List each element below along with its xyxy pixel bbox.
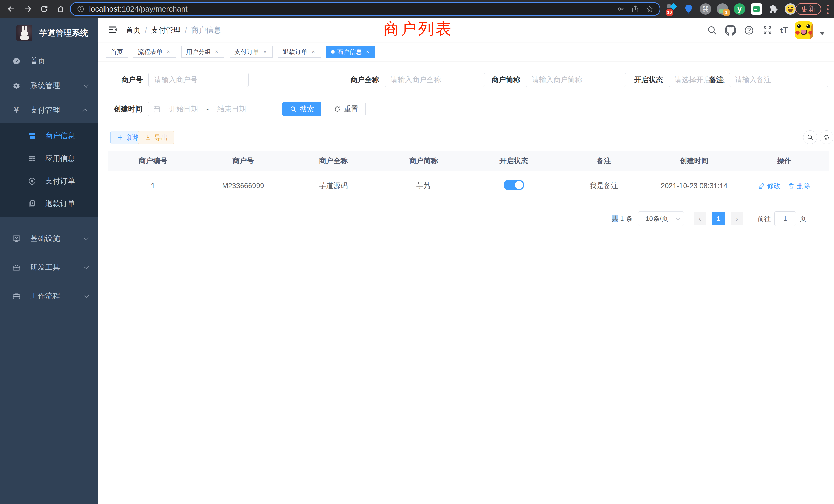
- breadcrumb-payment[interactable]: 支付管理: [151, 25, 181, 36]
- chrome-update-button[interactable]: 更新: [795, 3, 821, 15]
- refresh-table-button[interactable]: [820, 130, 833, 144]
- home-icon[interactable]: [55, 3, 66, 15]
- col-create-time: 创建时间: [649, 151, 739, 171]
- edit-link[interactable]: 修改: [758, 181, 780, 190]
- toggle-search-button[interactable]: [803, 130, 817, 144]
- briefcase-icon: [11, 292, 22, 300]
- create-time-range-picker[interactable]: -: [148, 102, 277, 116]
- short-name-input[interactable]: [526, 73, 626, 87]
- balloon-extension-icon[interactable]: [682, 3, 695, 15]
- avatar-caret-icon[interactable]: [820, 32, 825, 35]
- sidebar-item-system[interactable]: 系统管理: [0, 73, 97, 98]
- fullscreen-icon[interactable]: [762, 24, 773, 36]
- close-icon[interactable]: ×: [262, 48, 268, 55]
- github-icon[interactable]: [725, 24, 737, 36]
- tab-home[interactable]: 首页: [106, 46, 128, 58]
- page-number-1[interactable]: 1: [712, 212, 725, 225]
- profile-avatar-icon[interactable]: [784, 3, 796, 15]
- col-actions: 操作: [739, 151, 829, 171]
- close-icon[interactable]: ×: [365, 48, 371, 55]
- sidebar-item-home[interactable]: 首页: [0, 49, 97, 73]
- navbar: 首页 / 支付管理 / 商户信息 tT: [97, 18, 834, 43]
- chevron-down-icon: [84, 235, 89, 240]
- help-icon[interactable]: [743, 24, 755, 36]
- breadcrumb: 首页 / 支付管理 / 商户信息: [126, 25, 221, 36]
- url-bar[interactable]: localhost:1024/pay/merchant: [70, 2, 660, 16]
- refresh-icon: [823, 134, 830, 141]
- short-name-group: 商户简称: [485, 73, 626, 87]
- tab-refund-order[interactable]: 退款订单×: [278, 46, 321, 58]
- remark-group: 备注: [700, 73, 828, 87]
- chevron-up-icon: [82, 109, 87, 114]
- user-avatar[interactable]: [795, 21, 813, 39]
- create-time-group: 创建时间 -: [112, 102, 277, 116]
- close-icon[interactable]: ×: [310, 48, 316, 55]
- navbar-right-menu: tT: [706, 18, 834, 43]
- remark-input[interactable]: [729, 73, 828, 87]
- sidebar-item-workflow[interactable]: 工作流程: [0, 282, 97, 311]
- forward-icon[interactable]: [22, 3, 34, 15]
- share-icon[interactable]: [631, 5, 639, 13]
- page-size-select[interactable]: 10条/页: [638, 211, 684, 226]
- sidebar-item-infrastructure[interactable]: 基础设施: [0, 224, 97, 253]
- breadcrumb-home[interactable]: 首页: [126, 25, 141, 36]
- extensions-puzzle-icon[interactable]: [767, 3, 780, 15]
- sidebar-item-dev-tools[interactable]: 研发工具: [0, 253, 97, 282]
- page-unit-label: 页: [799, 214, 806, 223]
- bookmark-star-icon[interactable]: [646, 5, 654, 13]
- col-status: 开启状态: [468, 151, 559, 171]
- delete-link[interactable]: 删除: [788, 181, 810, 190]
- pagination-total: 共 1 条: [612, 214, 632, 223]
- sidebar-item-refund-order[interactable]: 退款订单: [0, 192, 97, 215]
- close-icon[interactable]: ×: [214, 48, 220, 55]
- yuque-extension-icon[interactable]: y: [733, 3, 746, 15]
- back-icon[interactable]: [6, 3, 17, 15]
- dashboard-icon: [11, 57, 22, 65]
- remark-label: 备注: [705, 75, 724, 85]
- tab-pay-order[interactable]: 支付订单×: [229, 46, 273, 58]
- yen-icon: ¥: [11, 106, 22, 115]
- command-extension-icon[interactable]: ⌘: [699, 3, 712, 15]
- sidebar-item-pay-order[interactable]: 支付订单: [0, 170, 97, 192]
- yen-circle-icon: [27, 177, 37, 185]
- col-remark: 备注: [559, 151, 649, 171]
- full-name-input[interactable]: [385, 73, 485, 87]
- search-icon: [807, 134, 813, 141]
- key-icon[interactable]: [617, 5, 625, 13]
- tampermonkey-extension-icon[interactable]: 10: [665, 3, 678, 15]
- header-search-icon[interactable]: [706, 24, 718, 36]
- chat-extension-icon[interactable]: [750, 3, 763, 15]
- payment-submenu: 商户信息 应用信息 支付订单 退款订单: [0, 123, 97, 217]
- prev-page-button[interactable]: ‹: [694, 212, 706, 225]
- refresh-icon: [334, 106, 341, 112]
- next-page-button[interactable]: ›: [730, 212, 743, 225]
- reset-button[interactable]: 重置: [327, 102, 366, 116]
- start-date-input[interactable]: [164, 105, 203, 113]
- goto-page-input[interactable]: [774, 211, 796, 226]
- reload-icon[interactable]: [39, 3, 50, 15]
- cell-merchant-id: 1: [108, 171, 198, 201]
- tab-process-form[interactable]: 流程表单×: [133, 46, 176, 58]
- sidebar-item-payment[interactable]: ¥ 支付管理: [0, 98, 97, 123]
- sidebar-toggle-icon[interactable]: [107, 25, 118, 36]
- cell-status: [468, 171, 559, 201]
- close-icon[interactable]: ×: [166, 48, 171, 55]
- sidebar-item-merchant-info[interactable]: 商户信息: [0, 125, 97, 147]
- search-button[interactable]: 搜索: [282, 102, 322, 116]
- merchant-no-group: 商户号: [112, 73, 248, 87]
- chrome-menu-icon[interactable]: [827, 5, 829, 14]
- gray-dot-extension-icon[interactable]: 1: [717, 3, 729, 15]
- sidebar-logo-row[interactable]: 芋道管理系统: [0, 18, 97, 48]
- export-button[interactable]: 导出: [138, 131, 174, 144]
- tab-user-group[interactable]: 用户分组×: [181, 46, 224, 58]
- page-info-icon[interactable]: [77, 5, 85, 13]
- monitor-icon: [11, 234, 22, 243]
- end-date-input[interactable]: [212, 105, 251, 113]
- font-size-icon[interactable]: tT: [780, 26, 788, 35]
- tab-merchant-info[interactable]: 商户信息×: [326, 46, 375, 58]
- sidebar-item-app-info[interactable]: 应用信息: [0, 147, 97, 170]
- status-toggle[interactable]: [504, 180, 524, 190]
- chevron-down-icon: [84, 293, 89, 298]
- extension-badge: 10: [666, 9, 673, 16]
- merchant-no-input[interactable]: [148, 73, 248, 87]
